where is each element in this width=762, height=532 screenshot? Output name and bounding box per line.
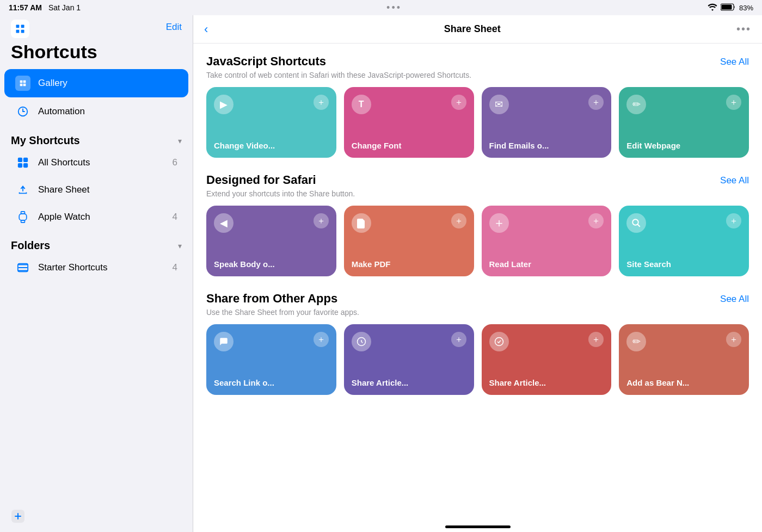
search-link-add[interactable]: ＋ bbox=[314, 332, 329, 347]
change-font-add[interactable]: ＋ bbox=[451, 95, 466, 110]
all-shortcuts-icon bbox=[15, 155, 30, 170]
read-later-icon: ＋ bbox=[489, 213, 509, 233]
folders-section[interactable]: Folders ▾ bbox=[0, 231, 193, 254]
my-shortcuts-section[interactable]: My Shortcuts ▾ bbox=[0, 126, 193, 149]
content-scroll[interactable]: JavaScript Shortcuts See All Take contro… bbox=[193, 44, 762, 521]
status-date: Sat Jan 1 bbox=[48, 3, 81, 12]
read-later-add[interactable]: ＋ bbox=[588, 213, 604, 228]
sidebar-footer bbox=[0, 500, 193, 532]
back-button[interactable]: ‹ bbox=[204, 22, 208, 36]
gallery-label: Gallery bbox=[38, 78, 67, 89]
add-bear-note-icon: ✏ bbox=[626, 332, 646, 351]
site-search-label: Site Search bbox=[626, 259, 741, 269]
content-header: ‹ Share Sheet ••• bbox=[193, 15, 762, 44]
sidebar-item-starter-shortcuts[interactable]: Starter Shortcuts 4 bbox=[4, 254, 188, 281]
automation-icon bbox=[15, 104, 30, 119]
card-add-bear-note[interactable]: ✏ ＋ Add as Bear N... bbox=[619, 324, 749, 395]
card-change-video[interactable]: ▶ ＋ Change Video... bbox=[206, 87, 336, 158]
card-read-later[interactable]: ＋ ＋ Read Later bbox=[482, 206, 612, 276]
sidebar-item-gallery[interactable]: Gallery bbox=[4, 69, 188, 97]
share-article-2-add[interactable]: ＋ bbox=[588, 332, 604, 347]
svg-rect-3 bbox=[21, 25, 24, 28]
share-article-2-label: Share Article... bbox=[489, 378, 604, 387]
site-search-add[interactable]: ＋ bbox=[726, 213, 741, 228]
share-article-1-add[interactable]: ＋ bbox=[451, 332, 466, 347]
other-apps-subtitle: Use the Share Sheet from your favorite a… bbox=[206, 308, 749, 317]
change-font-label: Change Font bbox=[352, 141, 466, 150]
card-find-emails[interactable]: ✉ ＋ Find Emails o... bbox=[482, 87, 612, 158]
svg-point-19 bbox=[495, 338, 503, 346]
safari-see-all[interactable]: See All bbox=[720, 173, 749, 186]
card-make-pdf[interactable]: ＋ Make PDF bbox=[344, 206, 474, 276]
apple-watch-label: Apple Watch bbox=[38, 212, 165, 222]
svg-rect-7 bbox=[18, 158, 22, 162]
apple-watch-icon bbox=[15, 209, 30, 225]
home-bar bbox=[445, 525, 511, 528]
starter-shortcuts-icon bbox=[15, 260, 30, 275]
sidebar-item-share-sheet[interactable]: Share Sheet bbox=[4, 176, 188, 203]
folders-chevron: ▾ bbox=[178, 242, 182, 250]
find-emails-icon: ✉ bbox=[489, 95, 509, 114]
site-search-icon bbox=[626, 213, 646, 233]
card-edit-webpage[interactable]: ✏ ＋ Edit Webpage bbox=[619, 87, 749, 158]
other-apps-see-all[interactable]: See All bbox=[720, 292, 749, 305]
status-bar: 11:57 AM Sat Jan 1 ••• 83% bbox=[0, 0, 762, 15]
all-shortcuts-label: All Shortcuts bbox=[38, 157, 165, 168]
card-speak-body[interactable]: ◀ ＋ Speak Body o... bbox=[206, 206, 336, 276]
edit-webpage-icon: ✏ bbox=[626, 95, 646, 114]
speak-body-add[interactable]: ＋ bbox=[314, 213, 329, 228]
automation-label: Automation bbox=[38, 106, 177, 117]
starter-shortcuts-label: Starter Shortcuts bbox=[38, 262, 165, 273]
content-area: ‹ Share Sheet ••• JavaScript Shortcuts S… bbox=[193, 15, 762, 532]
safari-cards: ◀ ＋ Speak Body o... bbox=[206, 206, 749, 276]
svg-rect-10 bbox=[23, 163, 28, 168]
battery-icon bbox=[721, 3, 736, 13]
change-font-icon: T bbox=[352, 95, 371, 114]
make-pdf-label: Make PDF bbox=[352, 259, 466, 269]
card-change-font[interactable]: T ＋ Change Font bbox=[344, 87, 474, 158]
edit-webpage-label: Edit Webpage bbox=[626, 141, 741, 150]
sidebar-header: Edit bbox=[0, 15, 193, 40]
change-video-add[interactable]: ＋ bbox=[314, 95, 329, 110]
card-search-link[interactable]: ＋ Search Link o... bbox=[206, 324, 336, 395]
sidebar-item-all-shortcuts[interactable]: All Shortcuts 6 bbox=[4, 149, 188, 176]
edit-button[interactable]: Edit bbox=[166, 20, 182, 35]
make-pdf-add[interactable]: ＋ bbox=[451, 213, 466, 228]
svg-rect-4 bbox=[16, 30, 20, 33]
main-layout: Edit Shortcuts Gallery Automation bbox=[0, 15, 762, 532]
other-apps-cards: ＋ Search Link o... bbox=[206, 324, 749, 395]
section-header-js: JavaScript Shortcuts See All bbox=[206, 54, 749, 69]
sidebar-item-apple-watch[interactable]: Apple Watch 4 bbox=[4, 203, 188, 231]
svg-rect-11 bbox=[19, 214, 27, 220]
share-sheet-icon bbox=[15, 182, 30, 197]
apple-watch-count: 4 bbox=[173, 212, 177, 222]
change-video-label: Change Video... bbox=[214, 141, 329, 150]
edit-webpage-add[interactable]: ＋ bbox=[726, 95, 741, 110]
card-site-search[interactable]: ＋ Site Search bbox=[619, 206, 749, 276]
svg-rect-9 bbox=[18, 163, 22, 168]
header-dots-icon: ••• bbox=[736, 23, 751, 35]
folders-title: Folders bbox=[11, 239, 50, 252]
add-folder-button[interactable] bbox=[11, 509, 25, 523]
designed-safari-section: Designed for Safari See All Extend your … bbox=[206, 173, 749, 276]
find-emails-add[interactable]: ＋ bbox=[588, 95, 604, 110]
all-shortcuts-count: 6 bbox=[173, 157, 177, 168]
gallery-icon bbox=[15, 76, 30, 91]
sidebar-item-automation[interactable]: Automation bbox=[4, 97, 188, 126]
home-indicator bbox=[193, 521, 762, 532]
wifi-icon bbox=[708, 3, 717, 13]
svg-line-17 bbox=[638, 224, 641, 227]
add-bear-note-add[interactable]: ＋ bbox=[726, 332, 741, 347]
find-emails-label: Find Emails o... bbox=[489, 141, 604, 150]
js-shortcuts-see-all[interactable]: See All bbox=[720, 54, 749, 67]
svg-rect-12 bbox=[21, 212, 25, 214]
share-article-2-icon bbox=[489, 332, 509, 351]
make-pdf-icon bbox=[352, 213, 371, 233]
my-shortcuts-title: My Shortcuts bbox=[11, 134, 80, 147]
share-article-1-label: Share Article... bbox=[352, 378, 466, 387]
card-share-article-2[interactable]: ＋ Share Article... bbox=[482, 324, 612, 395]
card-share-article-1[interactable]: ＋ Share Article... bbox=[344, 324, 474, 395]
speak-body-icon: ◀ bbox=[214, 213, 233, 233]
my-shortcuts-chevron: ▾ bbox=[178, 137, 182, 145]
svg-rect-2 bbox=[16, 25, 20, 28]
